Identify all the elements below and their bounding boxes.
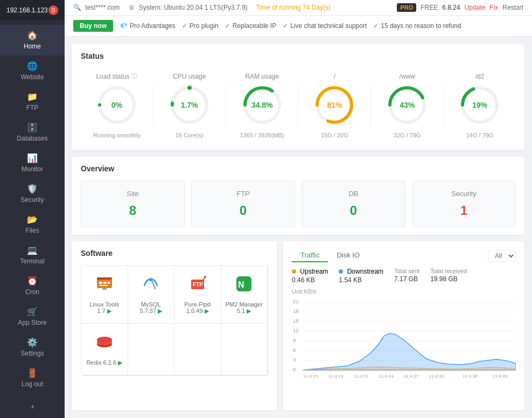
gauge-wrap: 34.8% bbox=[241, 83, 284, 127]
check-icon-3: ✓ bbox=[283, 22, 288, 30]
update-link[interactable]: Update bbox=[465, 4, 486, 11]
sidebar-item-logout[interactable]: 🚪 Log out bbox=[0, 363, 65, 393]
gauge-value: 19% bbox=[472, 101, 487, 109]
gauge-sub: 14G / 79G bbox=[466, 132, 494, 138]
upstream-label-text: Upstream bbox=[300, 268, 328, 275]
appstore-icon: 🛒 bbox=[27, 306, 38, 317]
gauge-sub: 16 Core(s) bbox=[176, 132, 204, 138]
overview-title: Overview bbox=[81, 164, 516, 173]
overview-card-value: 1 bbox=[421, 203, 507, 218]
svg-rect-19 bbox=[102, 288, 107, 290]
system-text: System: Ubuntu 20.04.1 LTS(Py3.7.9) bbox=[139, 4, 248, 11]
software-name: Pure-Ftpd 1.0.49 ▶ bbox=[179, 301, 216, 315]
sidebar-item-monitor[interactable]: 📊 Monitor bbox=[0, 148, 65, 178]
gauge-sub: 1365 / 3928(MB) bbox=[240, 132, 284, 138]
software-icon: FTP bbox=[188, 274, 207, 298]
sidebar-item-files[interactable]: 📂 Files bbox=[0, 209, 65, 240]
restart-link[interactable]: Restart bbox=[502, 4, 523, 11]
traffic-panel: Traffic Disk IO All Upstream 0.46 KB bbox=[283, 241, 524, 410]
overview-card-value: 0 bbox=[311, 203, 396, 218]
bottom-row: Software Linux Tools 1.7 ▶ MySQL 5.7.37 … bbox=[72, 241, 524, 410]
sidebar-item-cron[interactable]: ⏰ Cron bbox=[0, 270, 65, 301]
software-grid: Linux Tools 1.7 ▶ MySQL 5.7.37 ▶ FTP Pur… bbox=[81, 265, 268, 376]
sidebar-item-home[interactable]: 🏠 Home bbox=[0, 25, 65, 55]
gauge-label: /www bbox=[400, 73, 415, 80]
tab-diskio[interactable]: Disk IO bbox=[328, 249, 368, 262]
overview-card-label: Security bbox=[421, 190, 507, 198]
system-info: 🖥 System: Ubuntu 20.04.1 LTS(Py3.7.9) bbox=[128, 4, 247, 11]
buy-now-button[interactable]: Buy now bbox=[73, 20, 113, 32]
traffic-filter-select[interactable]: All bbox=[488, 250, 516, 262]
svg-point-20 bbox=[149, 278, 153, 281]
software-item[interactable]: Redis 6.2.6 ▶ bbox=[81, 324, 128, 375]
software-icon bbox=[95, 274, 114, 298]
tab-group: Traffic Disk IO bbox=[292, 249, 368, 262]
gauge-item: / 81% 15G / 20G bbox=[298, 68, 370, 143]
svg-rect-18 bbox=[99, 285, 108, 286]
sidebar-item-website[interactable]: 🌐 Website bbox=[0, 55, 65, 86]
sidebar-item-terminal[interactable]: 💻 Terminal bbox=[0, 240, 65, 270]
sidebar-item-security[interactable]: 🛡️ Security bbox=[0, 178, 65, 209]
ftp-icon: 📁 bbox=[27, 92, 38, 102]
software-name: Redis 6.2.6 ▶ bbox=[86, 359, 122, 366]
gauge-label: /d2 bbox=[475, 73, 485, 80]
gauge-item: /d2 19% 14G / 79G bbox=[444, 68, 516, 143]
svg-text:11:4:19: 11:4:19 bbox=[328, 374, 344, 379]
sidebar-item-settings[interactable]: ⚙️ Settings bbox=[0, 332, 65, 363]
files-icon: 📂 bbox=[27, 214, 38, 225]
main-area: 🔍 test****.com 🖥 System: Ubuntu 20.04.1 … bbox=[65, 0, 532, 418]
promo-chat: ✓ Live chat technical support bbox=[283, 22, 367, 30]
arrow-icon: ▶ bbox=[118, 359, 122, 366]
databases-icon: 🗄️ bbox=[27, 122, 38, 133]
upstream-label: Upstream bbox=[292, 268, 328, 275]
software-icon bbox=[95, 332, 114, 356]
svg-text:11:4:30: 11:4:30 bbox=[429, 374, 444, 379]
promo-bar: Buy now 💎 Pro Advantages ✓ Pro plugin ✓ … bbox=[65, 16, 532, 37]
software-icon bbox=[141, 274, 160, 298]
gauge-item: CPU usage 1.7% 16 Core(s) bbox=[153, 68, 226, 143]
software-item[interactable]: MySQL 5.7.37 ▶ bbox=[128, 266, 175, 324]
sidebar: 192.168.1.123 0 🏠 Home 🌐 Website 📁 FTP 🗄… bbox=[0, 0, 65, 418]
gauge-item: /www 43% 32G / 79G bbox=[371, 68, 443, 143]
check-icon-1: ✓ bbox=[182, 22, 187, 30]
software-item bbox=[221, 324, 268, 375]
sidebar-item-appstore[interactable]: 🛒 App Store bbox=[0, 301, 65, 332]
sidebar-item-databases[interactable]: 🗄️ Databases bbox=[0, 117, 65, 148]
software-item[interactable]: Linux Tools 1.7 ▶ bbox=[81, 266, 128, 324]
check-icon-2: ✓ bbox=[225, 22, 230, 30]
gauge-label: CPU usage bbox=[173, 73, 206, 80]
overview-card[interactable]: Security 1 bbox=[412, 180, 516, 227]
overview-card[interactable]: Site 8 bbox=[81, 180, 185, 227]
software-item[interactable]: FTP Pure-Ftpd 1.0.49 ▶ bbox=[174, 266, 221, 324]
svg-text:15: 15 bbox=[293, 318, 298, 324]
unit-label: Unit:KB/s bbox=[292, 288, 516, 295]
software-item[interactable]: N PM2 Manager 5.1 ▶ bbox=[221, 266, 268, 324]
gauge-item: Load status ⓘ 0% Running smoothly bbox=[81, 68, 153, 143]
website-icon: 🌐 bbox=[27, 61, 38, 71]
fix-link[interactable]: Fix bbox=[489, 4, 498, 11]
sidebar-add-button[interactable]: ＋ bbox=[0, 395, 65, 418]
monitor-icon: 📊 bbox=[27, 153, 38, 163]
topbar-left: 🔍 test****.com 🖥 System: Ubuntu 20.04.1 … bbox=[73, 4, 331, 11]
software-panel: Software Linux Tools 1.7 ▶ MySQL 5.7.37 … bbox=[72, 241, 277, 410]
software-item bbox=[128, 324, 175, 375]
security-icon: 🛡️ bbox=[27, 184, 38, 194]
overview-card[interactable]: DB 0 bbox=[302, 180, 405, 227]
total-sent-label: Total sent bbox=[394, 268, 419, 274]
overview-card[interactable]: FTP 0 bbox=[191, 180, 295, 227]
monitor-small-icon: 🖥 bbox=[128, 4, 135, 11]
overview-card-value: 0 bbox=[200, 203, 286, 218]
svg-text:11:4:39: 11:4:39 bbox=[492, 374, 507, 379]
software-name: Linux Tools 1.7 ▶ bbox=[86, 301, 123, 315]
sidebar-item-ftp[interactable]: 📁 FTP bbox=[0, 86, 65, 117]
promo-refund: ✓ 15 days no reason to refund bbox=[373, 22, 461, 30]
promo-label-1: Pro Advantages bbox=[130, 22, 176, 30]
overview-card-value: 8 bbox=[90, 203, 176, 218]
promo-ip: ✓ Replaceable IP bbox=[225, 22, 276, 30]
upstream-dot bbox=[292, 269, 296, 274]
tab-traffic[interactable]: Traffic bbox=[292, 249, 328, 262]
gauge-wrap: 19% bbox=[458, 83, 501, 127]
overview-grid: Site 8 FTP 0 DB 0 Security 1 bbox=[81, 180, 516, 227]
sidebar-item-label: Website bbox=[20, 73, 44, 81]
plus-icon: ＋ bbox=[29, 402, 36, 412]
